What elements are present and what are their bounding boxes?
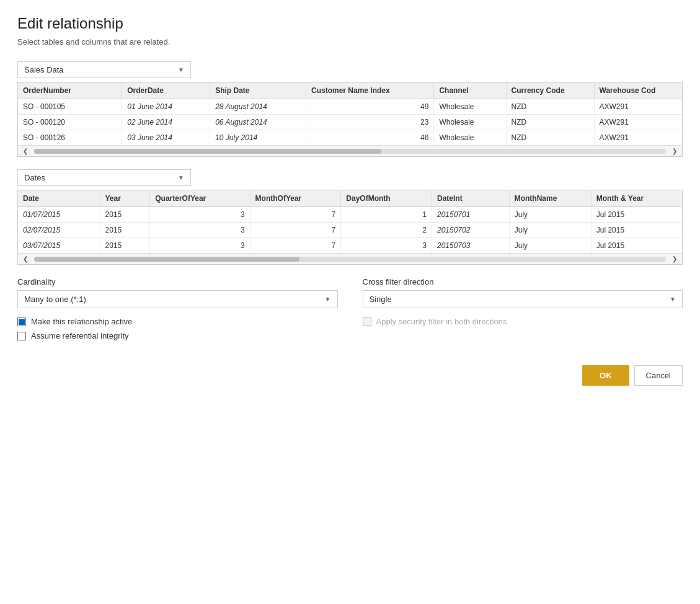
right-controls: Cross filter direction Single ▼ Apply se…: [363, 277, 683, 326]
bottom-controls: Cardinality Many to one (*:1) ▼ Make thi…: [17, 277, 683, 340]
checkbox-active-box[interactable]: [17, 318, 26, 326]
table-row: 02/07/2015201537220150702JulyJul 2015: [18, 223, 682, 238]
table2-cell-dateint: 20150702: [432, 223, 510, 238]
table2-cell-monthyear: Jul 2015: [591, 223, 682, 238]
cancel-button[interactable]: Cancel: [634, 365, 683, 386]
table2-body: 01/07/2015201537120150701JulyJul 201502/…: [18, 207, 682, 254]
checkboxes-section: Make this relationship active Assume ref…: [17, 317, 338, 340]
table1-header: OrderNumberOrderDateShip DateCustomer Na…: [18, 82, 682, 99]
cardinality-arrow: ▼: [325, 296, 331, 303]
table2-col-monthofyear: MonthOfYear: [250, 190, 341, 207]
table-row: SO - 00012002 June 201406 August 201423W…: [18, 115, 682, 130]
table-row: 01/07/2015201537120150701JulyJul 2015: [18, 207, 682, 223]
left-controls: Cardinality Many to one (*:1) ▼ Make thi…: [17, 277, 338, 340]
table1: OrderNumberOrderDateShip DateCustomer Na…: [18, 82, 682, 145]
table1-cell-customernameindex: 49: [306, 99, 434, 115]
table2-col-dayofmonth: DayOfMonth: [341, 190, 432, 207]
table1-scroll-thumb[interactable]: [34, 149, 381, 154]
checkbox-security-label: Apply security filter in both directions: [376, 317, 507, 326]
table1-col-warehousecod: Warehouse Cod: [594, 82, 682, 99]
table2-scroll-left[interactable]: ❮: [19, 255, 32, 262]
table1-scroll-right[interactable]: ❯: [668, 148, 681, 154]
checkbox-active-label: Make this relationship active: [31, 317, 132, 326]
table-row: 03/07/2015201537320150703JulyJul 2015: [18, 238, 682, 254]
checkbox-security-row[interactable]: Apply security filter in both directions: [363, 317, 683, 326]
table1-cell-orderdate: 01 June 2014: [122, 99, 210, 115]
table1-dropdown[interactable]: Sales Data ▼: [17, 61, 683, 78]
table1-wrapper: OrderNumberOrderDateShip DateCustomer Na…: [17, 82, 683, 157]
table1-cell-channel: Wholesale: [434, 115, 506, 130]
table2-cell-quarterofyear: 3: [150, 238, 250, 254]
table2-section: Dates ▼ DateYearQuarterOfYearMonthOfYear…: [17, 169, 683, 265]
cross-filter-arrow: ▼: [670, 296, 676, 303]
table1-dropdown-label: Sales Data: [24, 65, 172, 74]
table2-cell-date: 03/07/2015: [18, 238, 100, 254]
table2-col-dateint: DateInt: [432, 190, 510, 207]
checkbox-referential-box[interactable]: [17, 332, 26, 340]
table1-cell-ordernumber: SO - 000120: [18, 115, 122, 130]
cross-filter-dropdown[interactable]: Single ▼: [363, 290, 683, 308]
cardinality-value: Many to one (*:1): [24, 295, 325, 304]
table2-col-date: Date: [18, 190, 100, 207]
table2-cell-date: 02/07/2015: [18, 223, 100, 238]
table1-cell-currencycode: NZD: [506, 115, 594, 130]
table2-cell-dayofmonth: 1: [341, 207, 432, 223]
table1-cell-warehousecod: AXW291: [594, 115, 682, 130]
table2-dropdown-label: Dates: [24, 173, 172, 182]
table2-dropdown[interactable]: Dates ▼: [17, 169, 683, 186]
table1-scroll-track[interactable]: [34, 149, 666, 154]
table1-cell-currencycode: NZD: [506, 130, 594, 146]
cardinality-dropdown[interactable]: Many to one (*:1) ▼: [17, 290, 338, 308]
table2-cell-year: 2015: [100, 223, 150, 238]
table-row: SO - 00010501 June 201428 August 201449W…: [18, 99, 682, 115]
table2-cell-monthname: July: [509, 223, 591, 238]
checkbox-referential-row[interactable]: Assume referential integrity: [17, 331, 338, 340]
table2-scroll-right[interactable]: ❯: [668, 255, 681, 262]
table1-cell-customernameindex: 23: [306, 115, 434, 130]
table2-cell-date: 01/07/2015: [18, 207, 100, 223]
table2-cell-dateint: 20150701: [432, 207, 510, 223]
table1-cell-shipdate: 06 August 2014: [210, 115, 306, 130]
table2-header: DateYearQuarterOfYearMonthOfYearDayOfMon…: [18, 190, 682, 207]
cross-filter-value: Single: [370, 295, 670, 304]
cardinality-section: Cardinality Many to one (*:1) ▼: [17, 277, 338, 308]
ok-button[interactable]: OK: [582, 365, 629, 386]
table1-col-shipdate: Ship Date: [210, 82, 306, 99]
buttons-row: OK Cancel: [17, 365, 683, 386]
table1-body: SO - 00010501 June 201428 August 201449W…: [18, 99, 682, 146]
security-checkbox-section: Apply security filter in both directions: [363, 317, 683, 326]
table2-cell-monthname: July: [509, 207, 591, 223]
table1-cell-currencycode: NZD: [506, 99, 594, 115]
table2-scroll-thumb[interactable]: [34, 257, 299, 262]
table2-cell-monthofyear: 7: [250, 207, 341, 223]
checkbox-security-box[interactable]: [363, 318, 371, 326]
table2-col-monthname: MonthName: [509, 190, 591, 207]
table2-cell-dateint: 20150703: [432, 238, 510, 254]
table2-cell-monthofyear: 7: [250, 238, 341, 254]
table2-col-year: Year: [100, 190, 150, 207]
table2-cell-monthofyear: 7: [250, 223, 341, 238]
table2-col-monthyear: Month & Year: [591, 190, 682, 207]
table1-cell-warehousecod: AXW291: [594, 99, 682, 115]
table2-scroll-track[interactable]: [34, 257, 666, 262]
table1-cell-shipdate: 28 August 2014: [210, 99, 306, 115]
table1-cell-ordernumber: SO - 000126: [18, 130, 122, 146]
table-row: SO - 00012603 June 201410 July 201446Who…: [18, 130, 682, 146]
table2-scrollbar[interactable]: ❮ ❯: [18, 253, 682, 264]
table1-section: Sales Data ▼ OrderNumberOrderDateShip Da…: [17, 61, 683, 157]
table1-scroll-left[interactable]: ❮: [19, 148, 32, 154]
table1-cell-channel: Wholesale: [434, 130, 506, 146]
table2-cell-year: 2015: [100, 238, 150, 254]
table1-cell-orderdate: 02 June 2014: [122, 115, 210, 130]
table1-col-currencycode: Currency Code: [506, 82, 594, 99]
table2-cell-dayofmonth: 3: [341, 238, 432, 254]
table1-col-ordernumber: OrderNumber: [18, 82, 122, 99]
table1-scrollbar[interactable]: ❮ ❯: [18, 145, 682, 156]
table1-cell-warehousecod: AXW291: [594, 130, 682, 146]
checkbox-active-row[interactable]: Make this relationship active: [17, 317, 338, 326]
table2-cell-quarterofyear: 3: [150, 207, 250, 223]
table2: DateYearQuarterOfYearMonthOfYearDayOfMon…: [18, 190, 682, 253]
table1-cell-channel: Wholesale: [434, 99, 506, 115]
table1-col-customernameindex: Customer Name Index: [306, 82, 434, 99]
table1-dropdown-arrow: ▼: [178, 66, 184, 73]
